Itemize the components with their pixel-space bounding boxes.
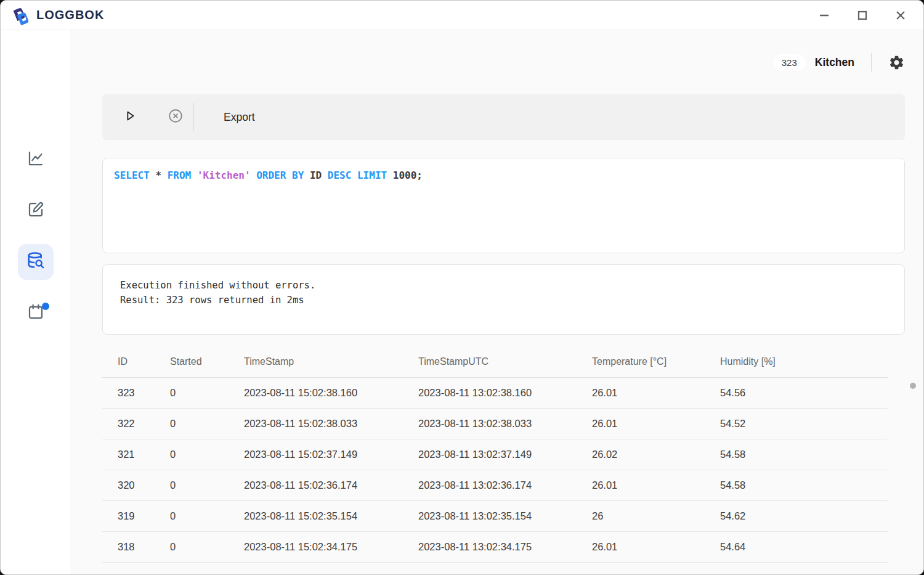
table-name-label: Kitchen [815,56,854,69]
cell-started: 0 [170,510,244,522]
execution-console: Execution finished without errors. Resul… [102,264,905,335]
cell-started: 0 [170,387,244,399]
column-header-timestamp[interactable]: TimeStamp [244,356,418,367]
column-header-timestamp-utc[interactable]: TimeStampUTC [418,356,592,367]
play-icon [123,109,137,125]
cell-timestamp: 2023-08-11 15:02:35.154 [244,510,418,522]
cell-humidity: 54.52 [720,418,888,430]
cell-temperature: 26.01 [592,479,720,491]
sql-token [351,169,357,181]
cell-humidity: 54.64 [720,541,888,553]
export-button[interactable]: Export [221,107,257,128]
cell-temperature: 26.01 [592,387,720,399]
cell-id: 319 [118,510,170,522]
cell-timestamp-utc: 2023-08-11 13:02:37.149 [418,449,592,460]
table-row[interactable]: 32002023-08-11 15:02:36.1742023-08-11 13… [102,470,888,501]
sql-token: ID [304,169,328,181]
column-header-id[interactable]: ID [118,356,170,367]
cell-timestamp-utc: 2023-08-11 13:02:35.154 [418,510,592,522]
database-search-icon [26,251,46,273]
cell-started: 0 [170,479,244,491]
sql-token: FROM [168,169,192,181]
cell-humidity: 54.56 [720,387,888,399]
cell-started: 0 [170,449,244,460]
cell-id: 320 [118,479,170,491]
cell-timestamp-utc: 2023-08-11 13:02:36.174 [418,479,592,491]
cell-timestamp: 2023-08-11 15:02:38.033 [244,418,418,430]
cell-humidity: 54.58 [720,479,888,491]
table-row[interactable]: 32102023-08-11 15:02:37.1492023-08-11 13… [102,439,888,470]
cell-temperature: 26.01 [592,418,720,430]
cell-timestamp: 2023-08-11 15:02:37.149 [244,449,418,460]
cancel-circle-icon [168,108,184,126]
cell-id: 318 [118,541,170,553]
gear-icon[interactable] [888,54,905,71]
cell-temperature: 26.02 [592,449,720,460]
scrollbar-thumb[interactable] [910,383,916,389]
column-header-started[interactable]: Started [170,356,244,367]
loggbok-logo-icon [10,5,31,26]
sql-token: * [150,169,168,181]
table-tab-kitchen[interactable]: 323 Kitchen [773,54,854,71]
cell-timestamp-utc: 2023-08-11 13:02:38.033 [418,418,592,430]
column-header-temperature[interactable]: Temperature [°C] [592,356,720,367]
column-header-humidity[interactable]: Humidity [%] [720,356,888,367]
run-query-button[interactable] [117,104,143,130]
cell-humidity: 54.62 [720,510,888,522]
cell-started: 0 [170,541,244,553]
sql-code: SELECT * FROM 'Kitchen' ORDER BY ID DESC… [114,168,893,182]
sidebar-item-charts[interactable] [18,142,54,177]
table-header: ID Started TimeStamp TimeStampUTC Temper… [102,346,888,378]
result-table: ID Started TimeStamp TimeStampUTC Temper… [102,346,888,563]
sql-token: ORDER BY [256,169,304,181]
sql-token [191,169,197,181]
sql-token: DESC [328,169,352,181]
cell-timestamp-utc: 2023-08-11 13:02:38.160 [418,387,592,399]
cell-humidity: 54.58 [720,449,888,460]
table-body: 32302023-08-11 15:02:38.1602023-08-11 13… [102,378,888,563]
sidebar-item-editor[interactable] [18,193,54,229]
notification-dot [42,303,49,310]
sql-token: SELECT [114,169,150,181]
sql-token: 1000; [387,169,423,181]
cell-timestamp: 2023-08-11 15:02:34.175 [244,541,418,553]
close-icon[interactable] [886,5,915,26]
cell-timestamp: 2023-08-11 15:02:38.160 [244,387,418,399]
cell-id: 322 [118,418,170,430]
sql-token: LIMIT [357,169,387,181]
sidebar-item-query[interactable] [18,244,54,280]
cancel-query-button[interactable] [163,104,188,130]
cell-timestamp: 2023-08-11 15:02:36.174 [244,479,418,491]
query-toolbar: Export [102,94,905,140]
titlebar: LOGGBOK [1,1,923,30]
cell-temperature: 26 [592,510,720,522]
cell-started: 0 [170,418,244,430]
console-line-status: Execution finished without errors. [120,278,887,293]
sidebar [1,30,70,574]
header-divider [871,53,872,71]
sidebar-item-schedule[interactable] [18,295,54,331]
table-row[interactable]: 31802023-08-11 15:02:34.1752023-08-11 13… [102,532,888,563]
cell-id: 323 [118,387,170,399]
cell-temperature: 26.01 [592,541,720,553]
main-content: 323 Kitchen [70,30,923,574]
table-row[interactable]: 31902023-08-11 15:02:35.1542023-08-11 13… [102,501,888,532]
row-count-badge: 323 [773,54,806,71]
console-line-result: Result: 323 rows returned in 2ms [120,293,887,308]
cell-id: 321 [118,449,170,460]
app-window: LOGGBOK [0,0,924,575]
minimize-icon[interactable] [810,5,838,26]
toolbar-divider [193,103,194,131]
table-row[interactable]: 32202023-08-11 15:02:38.0332023-08-11 13… [102,409,888,439]
edit-note-icon [26,200,45,221]
sql-editor[interactable]: SELECT * FROM 'Kitchen' ORDER BY ID DESC… [102,158,905,253]
maximize-icon[interactable] [848,5,877,26]
sql-token: 'Kitchen' [197,169,251,181]
table-row[interactable]: 32302023-08-11 15:02:38.1602023-08-11 13… [102,378,888,409]
page-header: 323 Kitchen [102,30,905,94]
cell-timestamp-utc: 2023-08-11 13:02:34.175 [418,541,592,553]
line-chart-icon [26,149,45,170]
app-title: LOGGBOK [36,8,104,22]
sql-token [251,169,257,181]
